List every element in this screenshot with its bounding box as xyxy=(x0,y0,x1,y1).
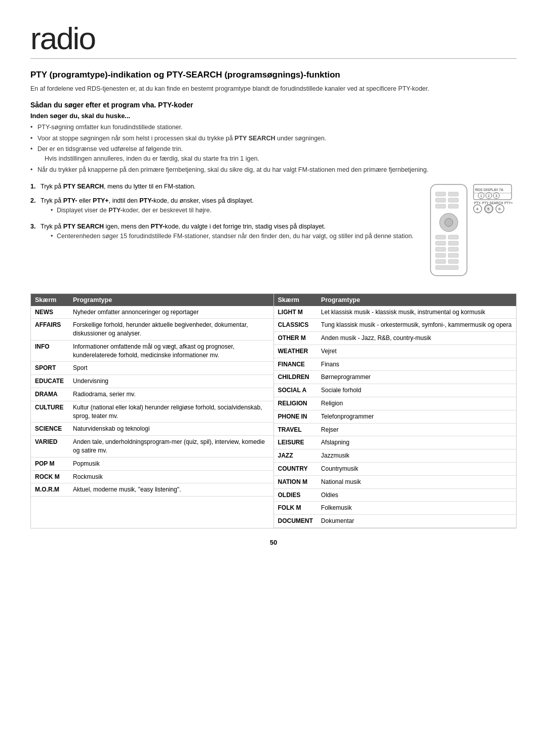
table-row: ROCK MRockmusik xyxy=(31,470,274,483)
prog-cell: National musik xyxy=(317,475,516,488)
prog-cell: Rockmusik xyxy=(69,470,274,483)
right-table: Skærm Programtype LIGHT MLet klassisk mu… xyxy=(274,294,517,528)
svg-text:3: 3 xyxy=(495,194,497,198)
prog-cell: Tung klassisk musik - orkestermusik, sym… xyxy=(317,319,516,332)
right-col1-header: Skærm xyxy=(274,294,317,306)
skærm-cell: OLDIES xyxy=(274,488,317,502)
skærm-cell: FINANCE xyxy=(274,358,317,371)
prog-cell: Finans xyxy=(317,358,516,371)
table-row: OLDIESOldies xyxy=(274,488,517,502)
steps-container: 1. Tryk på PTY SEARCH, mens du lytter ti… xyxy=(30,182,415,283)
bullet-item: Der er en tidsgrænse ved udførelse af fø… xyxy=(30,144,517,164)
page-title: radio xyxy=(30,20,517,59)
prog-cell: Børneprogrammer xyxy=(317,371,516,384)
prog-cell: Undervisning xyxy=(69,375,274,388)
svg-rect-24 xyxy=(436,204,446,208)
prog-cell: Telefonprogrammer xyxy=(317,410,516,423)
svg-text:6: 6 xyxy=(498,207,501,211)
prog-cell: Rejser xyxy=(317,423,516,436)
prog-cell: Forskellige forhold, herunder aktuelle b… xyxy=(69,319,274,341)
svg-rect-23 xyxy=(448,198,458,202)
table-row: DRAMARadiodrama, serier mv. xyxy=(31,388,274,401)
svg-rect-34 xyxy=(436,253,446,257)
svg-text:PTY+: PTY+ xyxy=(504,201,513,205)
skærm-cell: CLASSICS xyxy=(274,319,317,332)
skærm-cell: JAZZ xyxy=(274,449,317,463)
bullet-item: Når du trykker på knapperne på den primæ… xyxy=(30,165,517,175)
svg-rect-36 xyxy=(436,259,446,263)
svg-rect-30 xyxy=(436,241,446,245)
prog-cell: Vejret xyxy=(317,345,516,358)
svg-rect-28 xyxy=(436,235,446,239)
svg-text:PTY-: PTY- xyxy=(474,201,481,205)
table-row: PHONE INTelefonprogrammer xyxy=(274,410,517,423)
table-row: EDUCATEUndervisning xyxy=(31,375,274,388)
table-row: SOCIAL ASociale forhold xyxy=(274,384,517,397)
skærm-cell: LIGHT M xyxy=(274,306,317,319)
step-2-bullet: Displayet viser de PTY-koder, der er bes… xyxy=(51,206,254,215)
table-row: LIGHT MLet klassisk musik - klassisk mus… xyxy=(274,306,517,319)
skærm-cell: FOLK M xyxy=(274,502,317,515)
prog-cell: Radiodrama, serier mv. xyxy=(69,388,274,401)
prog-cell: Oldies xyxy=(317,488,516,502)
svg-text:2: 2 xyxy=(488,194,490,198)
table-row: OTHER MAnden musik - Jazz, R&B, country-… xyxy=(274,332,517,345)
tables-container: Skærm Programtype NEWSNyheder omfatter a… xyxy=(30,293,517,529)
prog-cell: Religion xyxy=(317,397,516,410)
table-row: LEISUREAfslapning xyxy=(274,436,517,449)
svg-text:4: 4 xyxy=(476,207,479,211)
svg-rect-25 xyxy=(448,204,458,208)
svg-rect-0 xyxy=(474,184,512,200)
svg-text:7A: 7A xyxy=(499,188,503,192)
skærm-cell: M.O.R.M xyxy=(31,483,69,497)
svg-rect-33 xyxy=(448,247,458,251)
svg-text:5: 5 xyxy=(487,207,490,211)
skærm-cell: CULTURE xyxy=(31,401,69,423)
table-row: FOLK MFolkemusik xyxy=(274,502,517,515)
skærm-cell: NEWS xyxy=(31,306,69,319)
left-col1-header: Skærm xyxy=(31,294,69,306)
bullet-indent: Hvis indstillingen annulleres, inden du … xyxy=(37,154,517,164)
table-row: CLASSICSTung klassisk musik - orkestermu… xyxy=(274,319,517,332)
prog-cell: Nyheder omfatter annonceringer og report… xyxy=(69,306,274,319)
skærm-cell: TRAVEL xyxy=(274,423,317,436)
table-row: INFOInformationer omfattende mål og vægt… xyxy=(31,340,274,362)
table-row: FINANCEFinans xyxy=(274,358,517,371)
step-1: 1. Tryk på PTY SEARCH, mens du lytter ti… xyxy=(30,182,415,192)
bullets-list: PTY-søgning omfatter kun forudindstilled… xyxy=(30,123,517,175)
table-row: SCIENCENaturvidenskab og teknologi xyxy=(31,423,274,436)
skærm-cell: VARIED xyxy=(31,436,69,458)
prog-cell: Kultur (national eller lokal) herunder r… xyxy=(69,401,274,423)
skærm-cell: RELIGION xyxy=(274,397,317,410)
svg-rect-22 xyxy=(436,198,446,202)
remember-heading: Inden søger du, skal du huske... xyxy=(30,112,517,120)
skærm-cell: SPORT xyxy=(31,362,69,375)
table-row: DOCUMENTDokumentar xyxy=(274,515,517,528)
table-row: NEWSNyheder omfatter annonceringer og re… xyxy=(31,306,274,319)
table-row: WEATHERVejret xyxy=(274,345,517,358)
skærm-cell: PHONE IN xyxy=(274,410,317,423)
skærm-cell: LEISURE xyxy=(274,436,317,449)
prog-cell: Informationer omfattende mål og vægt, af… xyxy=(69,340,274,362)
right-col2-header: Programtype xyxy=(317,294,516,306)
prog-cell: Sport xyxy=(69,362,274,375)
table-row: RELIGIONReligion xyxy=(274,397,517,410)
svg-rect-38 xyxy=(436,266,458,270)
prog-cell: Dokumentar xyxy=(317,515,516,528)
table-row: COUNTRYCountrymusik xyxy=(274,463,517,476)
skærm-cell: ROCK M xyxy=(31,470,69,483)
skærm-cell: EDUCATE xyxy=(31,375,69,388)
skærm-cell: CHILDREN xyxy=(274,371,317,384)
svg-text:1: 1 xyxy=(480,194,482,198)
skærm-cell: POP M xyxy=(31,457,69,470)
bullet-item: Voor at stoppe søgningen når som helst i… xyxy=(30,134,517,143)
skærm-cell: WEATHER xyxy=(274,345,317,358)
prog-cell: Folkemusik xyxy=(317,502,516,515)
svg-rect-21 xyxy=(448,192,458,196)
step-3: 3. Tryk på PTY SEARCH igen, mens den PTY… xyxy=(30,222,415,243)
skærm-cell: COUNTRY xyxy=(274,463,317,476)
svg-point-27 xyxy=(445,218,453,226)
svg-text:RDS DISPLAY: RDS DISPLAY xyxy=(475,188,498,192)
sub-heading: Sådan du søger efter et program vha. PTY… xyxy=(30,101,517,109)
table-row: SPORTSport xyxy=(31,362,274,375)
